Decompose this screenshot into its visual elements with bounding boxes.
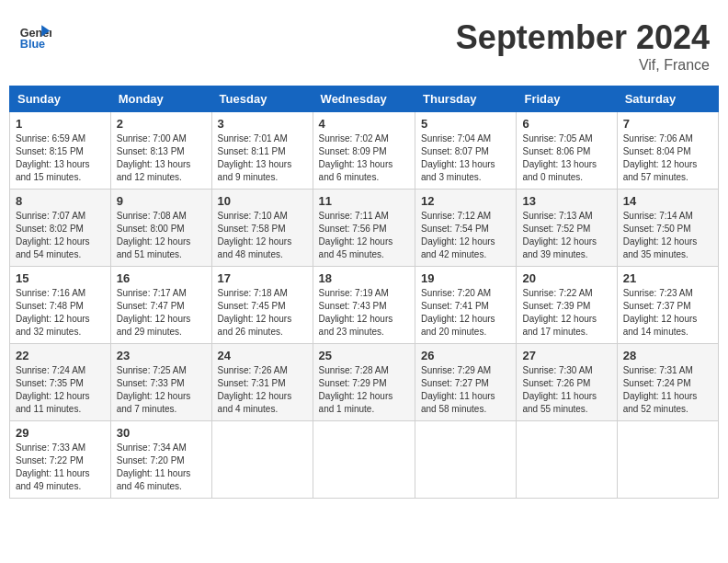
column-header-friday: Friday — [517, 86, 617, 112]
calendar-cell: 2Sunrise: 7:00 AM Sunset: 8:13 PM Daylig… — [110, 112, 211, 190]
calendar-cell: 19Sunrise: 7:20 AM Sunset: 7:41 PM Dayli… — [415, 267, 517, 344]
day-number: 24 — [218, 349, 307, 362]
calendar-cell: 18Sunrise: 7:19 AM Sunset: 7:43 PM Dayli… — [313, 267, 415, 344]
page-header: General Blue September 2024 Vif, France — [9, 9, 719, 78]
cell-content: Sunrise: 7:00 AM Sunset: 8:13 PM Dayligh… — [117, 132, 206, 184]
day-number: 11 — [319, 194, 409, 208]
day-number: 23 — [117, 349, 206, 362]
day-number: 5 — [421, 117, 510, 131]
calendar-cell: 10Sunrise: 7:10 AM Sunset: 7:58 PM Dayli… — [211, 190, 313, 267]
logo: General Blue — [18, 18, 51, 52]
day-number: 21 — [623, 271, 712, 285]
calendar-cell: 24Sunrise: 7:26 AM Sunset: 7:31 PM Dayli… — [211, 344, 313, 421]
calendar-cell: 14Sunrise: 7:14 AM Sunset: 7:50 PM Dayli… — [617, 190, 718, 267]
day-number: 2 — [117, 117, 206, 131]
column-header-sunday: Sunday — [10, 86, 111, 112]
cell-content: Sunrise: 7:01 AM Sunset: 8:11 PM Dayligh… — [218, 132, 307, 184]
calendar-week-4: 22Sunrise: 7:24 AM Sunset: 7:35 PM Dayli… — [10, 344, 719, 421]
calendar-cell: 8Sunrise: 7:07 AM Sunset: 8:02 PM Daylig… — [10, 190, 111, 267]
column-header-tuesday: Tuesday — [211, 86, 313, 112]
day-number: 14 — [623, 194, 712, 208]
cell-content: Sunrise: 7:25 AM Sunset: 7:33 PM Dayligh… — [117, 364, 206, 416]
cell-content: Sunrise: 7:24 AM Sunset: 7:35 PM Dayligh… — [16, 364, 105, 416]
day-number: 15 — [16, 271, 105, 285]
calendar-week-1: 1Sunrise: 6:59 AM Sunset: 8:15 PM Daylig… — [10, 112, 719, 190]
cell-content: Sunrise: 7:28 AM Sunset: 7:29 PM Dayligh… — [319, 364, 409, 416]
location: Vif, France — [456, 57, 710, 74]
logo-icon: General Blue — [18, 18, 51, 52]
calendar-cell: 7Sunrise: 7:06 AM Sunset: 8:04 PM Daylig… — [617, 112, 718, 190]
month-title: September 2024 — [456, 18, 710, 57]
day-number: 28 — [623, 349, 712, 362]
cell-content: Sunrise: 7:10 AM Sunset: 7:58 PM Dayligh… — [218, 210, 307, 261]
day-number: 8 — [16, 194, 105, 208]
calendar-cell — [313, 421, 415, 499]
calendar-cell: 30Sunrise: 7:34 AM Sunset: 7:20 PM Dayli… — [110, 421, 211, 499]
cell-content: Sunrise: 7:17 AM Sunset: 7:47 PM Dayligh… — [117, 287, 206, 339]
day-number: 13 — [522, 194, 610, 208]
cell-content: Sunrise: 7:22 AM Sunset: 7:39 PM Dayligh… — [522, 287, 610, 339]
day-number: 30 — [117, 426, 206, 440]
day-number: 17 — [218, 271, 307, 285]
calendar-cell: 5Sunrise: 7:04 AM Sunset: 8:07 PM Daylig… — [415, 112, 517, 190]
cell-content: Sunrise: 7:02 AM Sunset: 8:09 PM Dayligh… — [319, 132, 409, 184]
calendar-cell: 1Sunrise: 6:59 AM Sunset: 8:15 PM Daylig… — [10, 112, 111, 190]
cell-content: Sunrise: 7:26 AM Sunset: 7:31 PM Dayligh… — [218, 364, 307, 416]
calendar-week-2: 8Sunrise: 7:07 AM Sunset: 8:02 PM Daylig… — [10, 190, 719, 267]
calendar-cell — [211, 421, 313, 499]
column-header-wednesday: Wednesday — [313, 86, 415, 112]
cell-content: Sunrise: 7:33 AM Sunset: 7:22 PM Dayligh… — [16, 442, 105, 493]
day-number: 10 — [218, 194, 307, 208]
calendar-cell: 16Sunrise: 7:17 AM Sunset: 7:47 PM Dayli… — [110, 267, 211, 344]
day-number: 22 — [16, 349, 105, 362]
day-number: 4 — [319, 117, 409, 131]
column-header-thursday: Thursday — [415, 86, 517, 112]
calendar-header-row: SundayMondayTuesdayWednesdayThursdayFrid… — [10, 86, 719, 112]
calendar-cell: 9Sunrise: 7:08 AM Sunset: 8:00 PM Daylig… — [110, 190, 211, 267]
calendar-cell: 22Sunrise: 7:24 AM Sunset: 7:35 PM Dayli… — [10, 344, 111, 421]
calendar-cell: 4Sunrise: 7:02 AM Sunset: 8:09 PM Daylig… — [313, 112, 415, 190]
cell-content: Sunrise: 7:13 AM Sunset: 7:52 PM Dayligh… — [522, 210, 610, 261]
day-number: 18 — [319, 271, 409, 285]
calendar-week-5: 29Sunrise: 7:33 AM Sunset: 7:22 PM Dayli… — [10, 421, 719, 499]
calendar-table: SundayMondayTuesdayWednesdayThursdayFrid… — [9, 86, 719, 499]
cell-content: Sunrise: 7:12 AM Sunset: 7:54 PM Dayligh… — [421, 210, 510, 261]
cell-content: Sunrise: 7:30 AM Sunset: 7:26 PM Dayligh… — [522, 364, 610, 416]
calendar-cell: 6Sunrise: 7:05 AM Sunset: 8:06 PM Daylig… — [517, 112, 617, 190]
calendar-cell: 12Sunrise: 7:12 AM Sunset: 7:54 PM Dayli… — [415, 190, 517, 267]
day-number: 26 — [421, 349, 510, 362]
day-number: 12 — [421, 194, 510, 208]
cell-content: Sunrise: 7:34 AM Sunset: 7:20 PM Dayligh… — [117, 442, 206, 493]
day-number: 9 — [117, 194, 206, 208]
cell-content: Sunrise: 7:14 AM Sunset: 7:50 PM Dayligh… — [623, 210, 712, 261]
day-number: 1 — [16, 117, 105, 131]
day-number: 29 — [16, 426, 105, 440]
day-number: 7 — [623, 117, 712, 131]
calendar-cell: 15Sunrise: 7:16 AM Sunset: 7:48 PM Dayli… — [10, 267, 111, 344]
calendar-week-3: 15Sunrise: 7:16 AM Sunset: 7:48 PM Dayli… — [10, 267, 719, 344]
cell-content: Sunrise: 6:59 AM Sunset: 8:15 PM Dayligh… — [16, 132, 105, 184]
cell-content: Sunrise: 7:11 AM Sunset: 7:56 PM Dayligh… — [319, 210, 409, 261]
day-number: 27 — [522, 349, 610, 362]
cell-content: Sunrise: 7:04 AM Sunset: 8:07 PM Dayligh… — [421, 132, 510, 184]
cell-content: Sunrise: 7:16 AM Sunset: 7:48 PM Dayligh… — [16, 287, 105, 339]
day-number: 20 — [522, 271, 610, 285]
cell-content: Sunrise: 7:31 AM Sunset: 7:24 PM Dayligh… — [623, 364, 712, 416]
day-number: 19 — [421, 271, 510, 285]
cell-content: Sunrise: 7:19 AM Sunset: 7:43 PM Dayligh… — [319, 287, 409, 339]
column-header-saturday: Saturday — [617, 86, 718, 112]
calendar-cell: 25Sunrise: 7:28 AM Sunset: 7:29 PM Dayli… — [313, 344, 415, 421]
calendar-cell: 17Sunrise: 7:18 AM Sunset: 7:45 PM Dayli… — [211, 267, 313, 344]
calendar-cell — [617, 421, 718, 499]
cell-content: Sunrise: 7:08 AM Sunset: 8:00 PM Dayligh… — [117, 210, 206, 261]
cell-content: Sunrise: 7:18 AM Sunset: 7:45 PM Dayligh… — [218, 287, 307, 339]
day-number: 6 — [522, 117, 610, 131]
day-number: 25 — [319, 349, 409, 362]
column-header-monday: Monday — [110, 86, 211, 112]
cell-content: Sunrise: 7:20 AM Sunset: 7:41 PM Dayligh… — [421, 287, 510, 339]
calendar-cell: 27Sunrise: 7:30 AM Sunset: 7:26 PM Dayli… — [517, 344, 617, 421]
calendar-cell: 20Sunrise: 7:22 AM Sunset: 7:39 PM Dayli… — [517, 267, 617, 344]
title-block: September 2024 Vif, France — [456, 18, 710, 74]
calendar-cell: 11Sunrise: 7:11 AM Sunset: 7:56 PM Dayli… — [313, 190, 415, 267]
calendar-cell: 23Sunrise: 7:25 AM Sunset: 7:33 PM Dayli… — [110, 344, 211, 421]
